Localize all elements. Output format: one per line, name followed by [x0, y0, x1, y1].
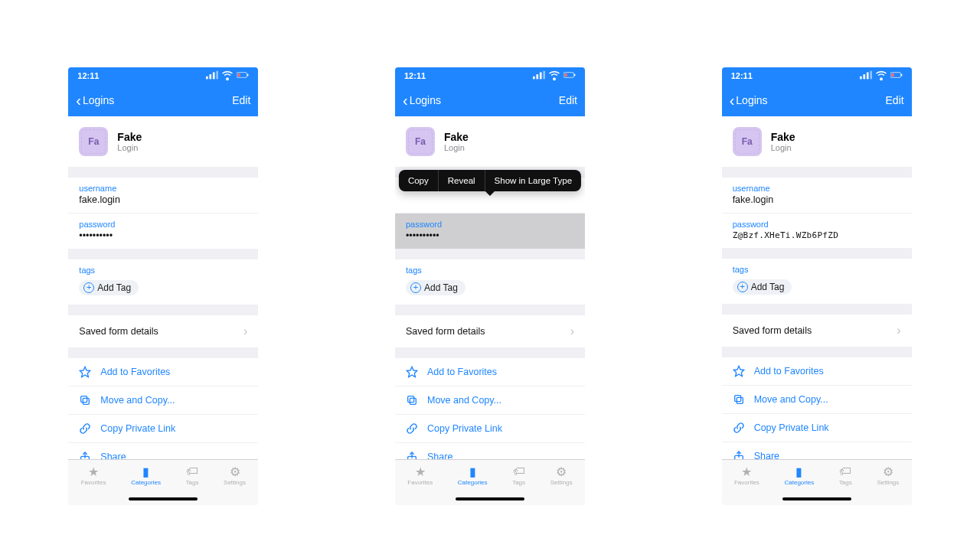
username-field[interactable]: Copy Reveal Show in Large Type x x [395, 178, 585, 213]
actions-section: Add to Favorites Move and Copy... Copy P… [395, 358, 585, 460]
add-favorites-row[interactable]: Add to Favorites [722, 357, 912, 385]
password-label: password [79, 220, 247, 229]
wifi-icon [875, 69, 887, 83]
svg-rect-5 [247, 74, 248, 77]
nav-bar: ‹ Logins Edit [68, 84, 258, 116]
tab-categories[interactable]: ▮Categories [131, 465, 161, 486]
saved-form-row[interactable]: Saved form details › [68, 315, 258, 347]
chevron-right-icon: › [897, 324, 900, 337]
tags-section: tags + Add Tag [68, 259, 258, 305]
item-icon: Fa [733, 127, 762, 156]
share-icon [733, 450, 745, 460]
signal-icon [533, 69, 545, 83]
svg-rect-31 [734, 395, 740, 401]
tab-tags[interactable]: 🏷Tags [512, 465, 525, 486]
tab-settings[interactable]: ⚙Settings [224, 465, 246, 486]
tab-settings[interactable]: ⚙Settings [550, 465, 573, 486]
battery-icon [237, 69, 249, 83]
username-label: username [733, 184, 901, 193]
share-row[interactable]: Share [722, 442, 912, 460]
context-menu: Copy Reveal Show in Large Type [399, 170, 581, 191]
menu-arrow-icon [485, 191, 495, 196]
phone-revealed: 12:11 ‹ Logins Edit Fa Fake Login userna… [722, 67, 912, 505]
move-copy-row[interactable]: Move and Copy... [722, 385, 912, 413]
share-label: Share [754, 451, 779, 460]
password-field[interactable]: password •••••••••• [395, 214, 585, 249]
back-button[interactable]: ‹ Logins [76, 93, 114, 108]
svg-rect-24 [867, 72, 869, 79]
menu-reveal[interactable]: Reveal [438, 170, 485, 191]
plus-circle-icon: + [83, 282, 94, 293]
tab-favorites[interactable]: ★Favorites [407, 465, 433, 486]
tab-settings[interactable]: ⚙Settings [877, 465, 899, 486]
back-button[interactable]: ‹ Logins [730, 93, 768, 108]
plus-circle-icon: + [410, 282, 421, 293]
battery-icon [564, 69, 576, 83]
item-icon: Fa [79, 127, 108, 156]
add-tag-button[interactable]: + Add Tag [406, 280, 466, 295]
add-tag-button[interactable]: + Add Tag [79, 280, 139, 295]
phone-default: 12:11 ‹ Logins Edit Fa Fake Login [68, 67, 258, 505]
move-copy-row[interactable]: Move and Copy... [68, 386, 258, 414]
add-tag-button[interactable]: + Add Tag [733, 279, 792, 295]
move-copy-label: Move and Copy... [754, 394, 828, 405]
share-row[interactable]: Share [68, 442, 258, 460]
home-indicator [129, 497, 198, 500]
tab-categories[interactable]: ▮Categories [458, 465, 488, 486]
nav-bar: ‹ Logins Edit [395, 84, 585, 116]
svg-marker-7 [80, 367, 90, 377]
content: Fa Fake Login username fake.login passwo… [68, 116, 258, 459]
svg-rect-25 [870, 71, 872, 80]
add-favorites-row[interactable]: Add to Favorites [395, 358, 585, 386]
tab-favorites[interactable]: ★Favorites [81, 465, 106, 486]
password-field[interactable]: password Z@Bzf.XHeTi.WZb6PfZD [722, 214, 912, 248]
chevron-right-icon: › [243, 324, 247, 338]
copy-link-row[interactable]: Copy Private Link [395, 414, 585, 442]
share-row[interactable]: Share [395, 442, 585, 460]
share-icon [406, 451, 418, 460]
tab-tags[interactable]: 🏷Tags [839, 465, 852, 486]
add-tag-label: Add Tag [424, 282, 458, 293]
copy-link-label: Copy Private Link [100, 423, 175, 434]
status-bar: 12:11 [722, 67, 912, 84]
tags-label: tags [406, 266, 574, 275]
battery-icon [890, 69, 903, 83]
home-indicator [456, 497, 524, 500]
content: Fa Fake Login Copy Reveal Show in Large … [395, 116, 585, 459]
add-favorites-row[interactable]: Add to Favorites [68, 358, 258, 386]
item-subtitle: Login [444, 143, 469, 152]
username-field[interactable]: username fake.login [722, 178, 912, 213]
add-favorites-label: Add to Favorites [100, 367, 170, 377]
signal-icon [206, 69, 218, 83]
status-bar: 12:11 [68, 67, 258, 84]
categories-icon: ▮ [795, 465, 802, 478]
tab-favorites[interactable]: ★Favorites [734, 465, 760, 486]
menu-large-type[interactable]: Show in Large Type [485, 170, 581, 191]
star-icon [733, 365, 745, 377]
saved-form-row[interactable]: Saved form details › [395, 315, 585, 347]
tab-tags[interactable]: 🏷Tags [186, 465, 199, 486]
saved-form-row[interactable]: Saved form details › [722, 315, 912, 347]
tag-icon: 🏷 [513, 465, 525, 478]
menu-copy[interactable]: Copy [399, 170, 438, 191]
move-copy-label: Move and Copy... [427, 395, 501, 406]
edit-button[interactable]: Edit [886, 94, 904, 106]
edit-button[interactable]: Edit [232, 94, 250, 106]
gear-icon: ⚙ [230, 465, 240, 478]
move-copy-row[interactable]: Move and Copy... [395, 386, 585, 414]
edit-button[interactable]: Edit [559, 94, 577, 106]
svg-rect-27 [901, 74, 902, 77]
copy-icon [79, 394, 91, 406]
copy-link-row[interactable]: Copy Private Link [68, 414, 258, 442]
svg-marker-29 [733, 366, 743, 376]
copy-link-row[interactable]: Copy Private Link [722, 413, 912, 442]
link-icon [79, 422, 91, 435]
password-field[interactable]: password •••••••••• [68, 214, 258, 249]
tab-categories[interactable]: ▮Categories [785, 465, 815, 486]
star-icon [79, 366, 91, 378]
back-button[interactable]: ‹ Logins [403, 93, 441, 108]
username-field[interactable]: username fake.login [68, 178, 258, 213]
categories-icon: ▮ [142, 465, 149, 478]
svg-rect-20 [408, 396, 414, 402]
chevron-right-icon: › [570, 324, 574, 338]
